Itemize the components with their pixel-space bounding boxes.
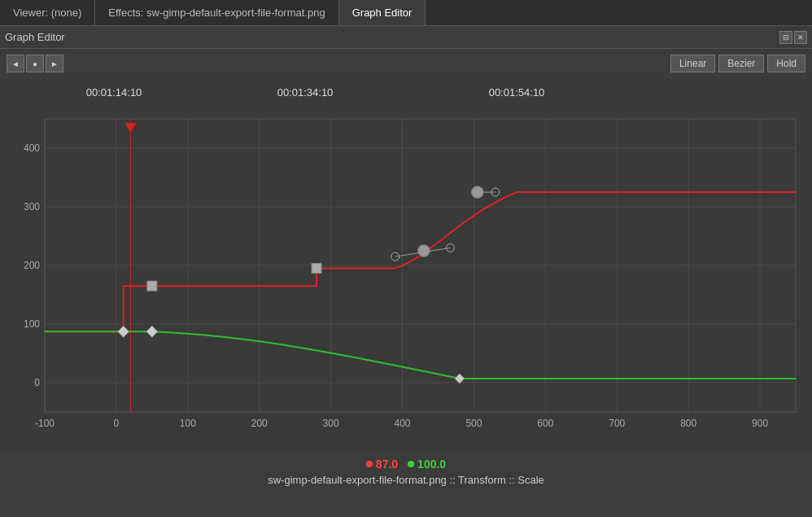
linear-button[interactable]: Linear	[670, 55, 715, 72]
title-bar: Graph Editor ⊟ ✕	[0, 26, 812, 49]
hold-button[interactable]: Hold	[767, 55, 805, 72]
bottom-bar: 87.0 100.0 sw-gimp-default-export-file-f…	[0, 453, 812, 489]
interpolation-buttons: Linear Bezier Hold	[670, 55, 805, 72]
nav-buttons: ◄ ● ►	[7, 55, 63, 72]
status-text: sw-gimp-default-export-file-format.png :…	[268, 474, 544, 486]
green-legend-dot	[408, 461, 414, 467]
graph-area[interactable]	[0, 78, 812, 453]
window-controls: ⊟ ✕	[779, 31, 807, 44]
red-value: 87.0	[376, 458, 398, 471]
toolbar: ◄ ● ► Linear Bezier Hold	[0, 49, 812, 78]
nav-play-button[interactable]: ●	[26, 55, 44, 72]
graph-canvas[interactable]	[0, 78, 812, 453]
legend-row: 87.0 100.0	[366, 458, 446, 471]
nav-prev-button[interactable]: ◄	[7, 55, 24, 72]
tab-graph-editor[interactable]: Graph Editor	[339, 0, 426, 25]
minimize-button[interactable]: ⊟	[779, 31, 792, 44]
tab-bar: Viewer: (none) Effects: sw-gimp-default-…	[0, 0, 812, 26]
close-button[interactable]: ✕	[794, 31, 807, 44]
window-title: Graph Editor	[5, 31, 65, 43]
bezier-button[interactable]: Bezier	[718, 55, 764, 72]
tab-effects[interactable]: Effects: sw-gimp-default-export-file-for…	[95, 0, 338, 25]
green-value: 100.0	[417, 458, 446, 471]
nav-next-button[interactable]: ►	[46, 55, 63, 72]
red-legend-dot	[366, 461, 373, 467]
green-legend-item: 100.0	[408, 458, 446, 471]
tab-viewer[interactable]: Viewer: (none)	[0, 0, 95, 25]
red-legend-item: 87.0	[366, 458, 398, 471]
